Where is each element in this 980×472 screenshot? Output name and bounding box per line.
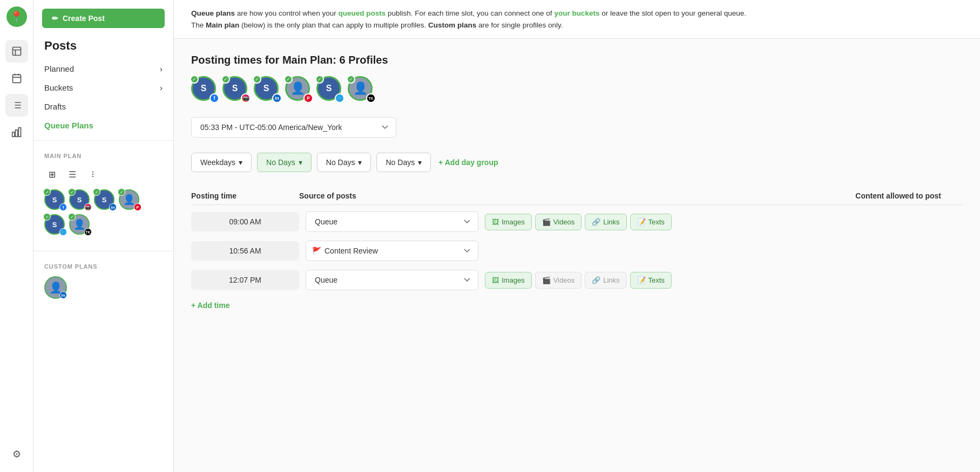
app-logo[interactable]: 📍 — [6, 6, 27, 27]
profile-avatar-person-tk[interactable]: ✓ 👤 TK — [348, 76, 376, 104]
icon-sidebar: 📍 ⚙ — [0, 0, 33, 472]
time-cell-0900[interactable]: 09:00 AM — [191, 212, 299, 231]
nodays3-label: No Days — [386, 158, 415, 167]
nodays1-label: No Days — [266, 158, 295, 167]
banner-link-queued-posts[interactable]: queued posts — [338, 9, 386, 17]
profile-avatar-person-pi[interactable]: ✓ 👤 P — [285, 76, 313, 104]
source-select-wrap-1207: Queue Content Review — [306, 270, 478, 290]
badge-links-1207[interactable]: 🔗 Links — [585, 272, 626, 289]
avatar-fb[interactable]: ✓ S f — [44, 189, 67, 212]
content-review-icon: 🚩 — [312, 247, 321, 255]
list-view-icon[interactable]: ☰ — [65, 167, 80, 182]
nav-section-title: Posts — [33, 39, 173, 59]
source-select-1207[interactable]: Queue Content Review — [306, 270, 478, 290]
svg-rect-1 — [12, 74, 21, 83]
nav-item-drafts[interactable]: Drafts — [33, 97, 173, 116]
header-source: Source of posts — [299, 191, 631, 200]
banner-bold-custom-plans: Custom plans — [428, 21, 476, 29]
badge-images-1207[interactable]: 🖼 Images — [485, 272, 532, 289]
image-icon: 🖼 — [492, 276, 499, 284]
link-icon: 🔗 — [592, 276, 600, 284]
avatar-tw[interactable]: ✓ S 🐦 — [44, 214, 67, 237]
timezone-select[interactable]: 05:33 PM - UTC-05:00 America/New_York — [191, 117, 396, 138]
filter-view-icon[interactable]: ⫶ — [85, 167, 100, 182]
banner-text-6: are for single profiles only. — [478, 21, 563, 29]
banner-link-your-buckets[interactable]: your buckets — [554, 9, 599, 17]
profile-avatar-ig[interactable]: ✓ S 📷 — [222, 76, 251, 104]
create-post-label: Create Post — [63, 14, 105, 23]
profile-avatar-tw[interactable]: ✓ S 🐦 — [316, 76, 344, 104]
view-modes: ⊞ ☰ ⫶ — [33, 162, 173, 186]
main-content: Queue plans are how you control when you… — [174, 0, 980, 472]
day-group-nodays-3[interactable]: No Days ▾ — [376, 153, 431, 172]
banner-text-1: are how you control when your — [237, 9, 339, 17]
source-select-wrap-0900: Queue Content Review Bucket — [306, 211, 478, 232]
nav-divider-2 — [33, 251, 173, 251]
create-post-button[interactable]: ✏ Create Post — [42, 9, 165, 28]
avatar-ig[interactable]: ✓ S 📷 — [69, 189, 92, 212]
header-content: Content allowed to post — [631, 191, 963, 200]
text-icon: 📝 — [637, 276, 646, 284]
custom-avatar-person-li[interactable]: 👤 in — [44, 276, 67, 299]
nodays2-label: No Days — [326, 158, 355, 167]
sidebar-icon-analytics[interactable] — [5, 121, 28, 143]
profile-avatars-row: ✓ S f ✓ S 📷 ✓ S in ✓ — [191, 76, 963, 104]
posting-times-title: Posting times for Main Plan: 6 Profiles — [191, 54, 963, 66]
table-row: 12:07 PM Queue Content Review 🖼 Images 🎬… — [191, 265, 963, 295]
main-plan-label: MAIN PLAN — [33, 146, 173, 162]
nav-item-planned[interactable]: Planned › — [33, 59, 173, 78]
pencil-icon: ✏ — [52, 14, 58, 23]
custom-plans-avatars: 👤 in — [33, 273, 173, 307]
svg-rect-4 — [18, 128, 21, 137]
left-navigation: ✏ Create Post Posts Planned › Buckets › … — [33, 0, 174, 472]
weekdays-label: Weekdays — [200, 158, 235, 167]
badge-videos-0900[interactable]: 🎬 Videos — [535, 214, 582, 230]
sidebar-icon-calendar[interactable] — [5, 67, 28, 90]
sidebar-icon-settings[interactable]: ⚙ — [5, 443, 28, 466]
time-cell-1056[interactable]: 10:56 AM — [191, 241, 299, 261]
banner-text-2: publish. For each time slot, you can con… — [388, 9, 554, 17]
day-group-nodays-1[interactable]: No Days ▾ — [257, 153, 312, 172]
badge-images-0900[interactable]: 🖼 Images — [485, 214, 532, 230]
badge-texts-1207[interactable]: 📝 Texts — [630, 272, 672, 289]
chevron-down-icon: ▾ — [239, 158, 242, 167]
video-icon: 🎬 — [542, 218, 551, 226]
day-group-nodays-2[interactable]: No Days ▾ — [317, 153, 371, 172]
day-group-weekdays[interactable]: Weekdays ▾ — [191, 153, 252, 172]
text-icon: 📝 — [637, 218, 646, 226]
table-header: Posting time Source of posts Content all… — [191, 187, 963, 205]
add-time-link[interactable]: + Add time — [191, 295, 229, 316]
sidebar-icon-posts[interactable] — [5, 40, 28, 63]
profile-avatar-li[interactable]: ✓ S in — [254, 76, 282, 104]
header-posting-time: Posting time — [191, 191, 299, 200]
svg-rect-3 — [15, 130, 17, 137]
banner-text-3: or leave the slot open to your general q… — [601, 9, 746, 17]
custom-plans-label: CUSTOM PLANS — [33, 257, 173, 273]
chevron-down-icon: ▾ — [358, 158, 362, 167]
info-banner: Queue plans are how you control when you… — [174, 0, 980, 39]
avatar-person-tk[interactable]: ✓ 👤 TK — [69, 214, 92, 237]
add-day-group-link[interactable]: + Add day group — [438, 158, 498, 167]
badge-videos-1207[interactable]: 🎬 Videos — [535, 272, 582, 289]
source-select-wrap-1056: Content Review Queue 🚩 — [306, 241, 478, 261]
grid-view-icon[interactable]: ⊞ — [44, 167, 59, 182]
nav-item-queue-plans[interactable]: Queue Plans — [33, 116, 173, 135]
avatar-person-pi[interactable]: ✓ 👤 P — [119, 189, 141, 212]
table-row: 10:56 AM Content Review Queue 🚩 — [191, 236, 963, 265]
sidebar-icon-queue[interactable] — [5, 94, 28, 117]
day-group-row: Weekdays ▾ No Days ▾ No Days ▾ No Days ▾… — [191, 153, 963, 172]
profile-avatar-fb[interactable]: ✓ S f — [191, 76, 219, 104]
source-select-1056[interactable]: Content Review Queue — [306, 241, 478, 261]
content-badges-1207: 🖼 Images 🎬 Videos 🔗 Links 📝 Texts — [485, 272, 963, 289]
badge-links-0900[interactable]: 🔗 Links — [585, 214, 626, 230]
nav-item-buckets[interactable]: Buckets › — [33, 78, 173, 97]
chevron-right-icon: › — [160, 83, 163, 92]
time-cell-1207[interactable]: 12:07 PM — [191, 270, 299, 290]
chevron-down-icon: ▾ — [299, 158, 302, 167]
source-select-0900[interactable]: Queue Content Review Bucket — [306, 211, 478, 232]
video-icon: 🎬 — [542, 276, 551, 284]
avatar-li[interactable]: ✓ S in — [94, 189, 117, 212]
badge-texts-0900[interactable]: 📝 Texts — [630, 214, 672, 230]
chevron-down-icon: ▾ — [418, 158, 422, 167]
svg-rect-2 — [12, 132, 14, 136]
